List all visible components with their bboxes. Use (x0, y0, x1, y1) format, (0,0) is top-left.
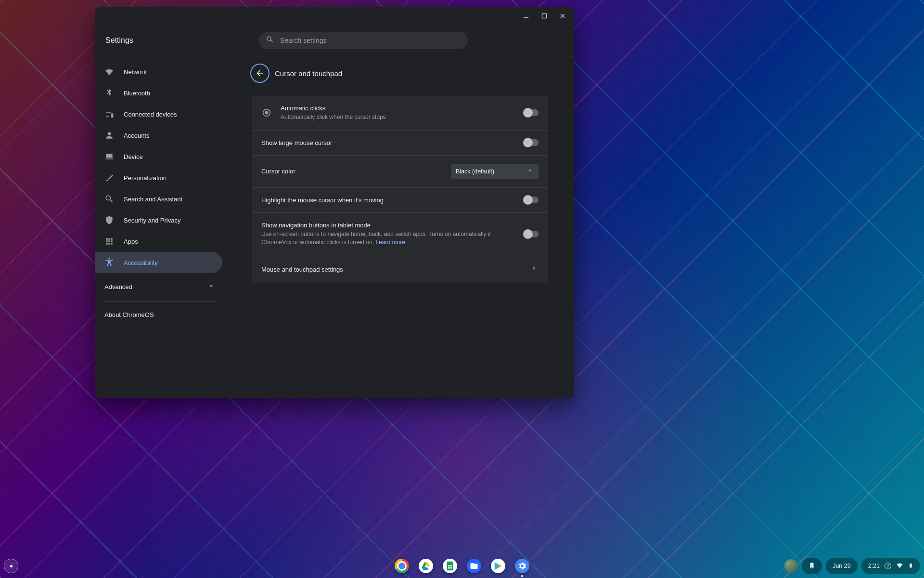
settings-sidebar: Network Bluetooth Connected devices Acco… (95, 56, 226, 398)
row-highlight-cursor: Highlight the mouse cursor when it's mov… (252, 187, 548, 212)
notification-count-badge: 2 (885, 563, 891, 569)
window-close-button[interactable] (556, 9, 569, 23)
battery-icon (908, 562, 913, 571)
settings-header: Settings (95, 25, 574, 56)
svg-rect-7 (811, 567, 812, 568)
sidebar-item-label: Search and Assistant (124, 196, 182, 203)
toggle-automatic-clicks[interactable] (524, 109, 539, 116)
search-icon (266, 35, 274, 46)
row-title: Automatic clicks (281, 105, 515, 112)
bluetooth-icon (104, 88, 114, 98)
settings-content: Cursor and touchpad Automatic clicks Aut… (226, 56, 574, 398)
toggle-highlight-cursor[interactable] (524, 197, 539, 203)
search-input[interactable] (280, 37, 461, 44)
wifi-icon (104, 67, 114, 77)
cursor-color-select[interactable]: Black (default) (451, 164, 539, 179)
shelf-app-settings[interactable] (515, 559, 529, 573)
advanced-label: Advanced (104, 283, 132, 290)
target-icon (261, 107, 272, 118)
row-title: Mouse and touchpad settings (261, 266, 343, 273)
shelf-app-play-store[interactable] (491, 559, 505, 573)
status-date: Jun 29 (833, 563, 851, 569)
sidebar-item-label: Connected devices (124, 111, 177, 118)
shield-icon (104, 215, 114, 225)
row-title: Show navigation buttons in tablet mode (261, 222, 515, 229)
row-title: Show large mouse cursor (261, 139, 515, 146)
devices-icon (104, 109, 114, 119)
sidebar-item-security-privacy[interactable]: Security and Privacy (95, 210, 222, 231)
chevron-down-icon (207, 282, 216, 292)
chevron-down-icon (526, 167, 534, 176)
row-cursor-color: Cursor color Black (default) (252, 155, 548, 187)
sidebar-item-accounts[interactable]: Accounts (95, 125, 222, 146)
launcher-button[interactable] (4, 559, 18, 573)
settings-window: Settings Network Bluetooth Connected dev… (95, 7, 574, 398)
toggle-nav-buttons[interactable] (524, 231, 539, 237)
status-time: 2:21 (868, 563, 880, 569)
sidebar-about-chromeos[interactable]: About ChromeOS (95, 305, 225, 324)
row-nav-buttons: Show navigation buttons in tablet mode U… (252, 212, 548, 255)
sidebar-item-label: Security and Privacy (124, 217, 181, 224)
sidebar-item-personalization[interactable]: Personalization (95, 167, 222, 188)
sidebar-item-label: Apps (124, 238, 138, 245)
calendar-pill[interactable]: Jun 29 (826, 558, 858, 574)
shelf-app-sheets[interactable] (443, 559, 457, 573)
sidebar-advanced-toggle[interactable]: Advanced (95, 276, 225, 297)
about-label: About ChromeOS (104, 311, 154, 318)
shelf-pinned-apps (395, 559, 529, 573)
sidebar-item-apps[interactable]: Apps (95, 231, 222, 252)
row-title: Highlight the mouse cursor when it's mov… (261, 197, 515, 204)
shelf-app-files[interactable] (467, 559, 481, 573)
window-minimize-button[interactable] (519, 9, 533, 23)
brush-icon (104, 173, 114, 183)
row-title: Cursor color (261, 168, 442, 175)
row-mouse-touchpad-settings[interactable]: Mouse and touchpad settings (252, 255, 548, 283)
svg-rect-1 (542, 14, 547, 18)
row-automatic-clicks: Automatic clicks Automatically click whe… (252, 96, 548, 130)
row-large-cursor: Show large mouse cursor (252, 130, 548, 155)
person-icon (104, 131, 114, 140)
sidebar-item-label: Network (124, 68, 147, 76)
stylus-tools-button[interactable] (784, 559, 798, 573)
page-title: Cursor and touchpad (275, 69, 342, 78)
chromeos-shelf: Jun 29 2:21 2 (0, 554, 924, 578)
shelf-app-drive[interactable] (419, 559, 433, 573)
sidebar-item-label: Bluetooth (124, 90, 150, 97)
sidebar-item-label: Accounts (124, 132, 149, 139)
sidebar-item-accessibility[interactable]: Accessibility (95, 252, 222, 273)
sidebar-item-bluetooth[interactable]: Bluetooth (95, 82, 222, 104)
laptop-icon (104, 152, 114, 161)
search-icon (104, 194, 114, 204)
apps-grid-icon (104, 236, 114, 246)
sidebar-item-label: Device (124, 153, 143, 160)
svg-point-3 (265, 112, 268, 115)
window-maximize-button[interactable] (538, 9, 551, 23)
row-subtitle: Automatically click when the cursor stop… (281, 113, 515, 121)
back-button[interactable] (252, 65, 268, 81)
learn-more-link[interactable]: Learn more (375, 239, 405, 246)
page-header: Cursor and touchpad (252, 65, 548, 81)
search-settings-field[interactable] (259, 32, 468, 49)
sidebar-divider (103, 301, 218, 302)
wifi-icon (896, 562, 903, 570)
toggle-large-cursor[interactable] (524, 139, 539, 146)
accessibility-icon (104, 258, 114, 267)
sidebar-item-device[interactable]: Device (95, 146, 222, 167)
phone-icon (808, 561, 815, 571)
active-app-indicator (521, 575, 523, 577)
sidebar-item-label: Personalization (124, 174, 167, 182)
svg-rect-0 (524, 17, 528, 18)
phone-hub-button[interactable] (802, 558, 822, 574)
status-tray[interactable]: 2:21 2 (861, 558, 920, 574)
select-value: Black (default) (456, 168, 494, 175)
window-titlebar (95, 7, 574, 25)
app-title: Settings (104, 36, 172, 45)
row-subtitle: Use on-screen buttons to navigate home, … (261, 230, 515, 247)
shelf-app-chrome[interactable] (395, 559, 409, 573)
chevron-right-icon (530, 264, 539, 275)
settings-card: Automatic clicks Automatically click whe… (252, 96, 548, 283)
sidebar-item-network[interactable]: Network (95, 61, 222, 82)
sidebar-item-connected-devices[interactable]: Connected devices (95, 104, 222, 125)
sidebar-item-label: Accessibility (124, 259, 158, 266)
sidebar-item-search-assistant[interactable]: Search and Assistant (95, 188, 222, 210)
